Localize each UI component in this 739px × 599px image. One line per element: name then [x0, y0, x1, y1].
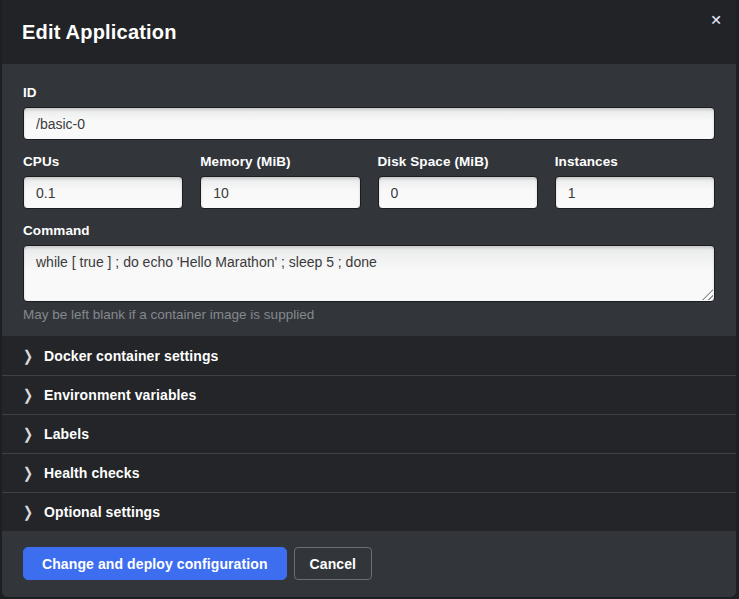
instances-input[interactable]: [555, 176, 715, 209]
cancel-button[interactable]: Cancel: [294, 547, 373, 580]
chevron-right-icon: ❯: [23, 466, 33, 481]
chevron-right-icon: ❯: [23, 427, 33, 442]
section-label: Docker container settings: [44, 348, 218, 364]
instances-field-group: Instances: [555, 154, 715, 209]
command-field-group: Command while [ true ] ; do echo 'Hello …: [23, 223, 715, 322]
section-label: Optional settings: [44, 504, 160, 520]
chevron-right-icon: ❯: [23, 505, 33, 520]
command-textarea-wrap: while [ true ] ; do echo 'Hello Marathon…: [23, 245, 715, 302]
chevron-right-icon: ❯: [23, 388, 33, 403]
id-label: ID: [23, 85, 715, 100]
modal-footer: Change and deploy configuration Cancel: [2, 531, 736, 597]
section-optional-settings[interactable]: ❯ Optional settings: [2, 492, 736, 531]
resources-row: CPUs Memory (MiB) Disk Space (MiB) Insta…: [23, 154, 715, 209]
close-icon[interactable]: ✕: [710, 13, 722, 27]
edit-application-modal: Edit Application ✕ ID CPUs Memory (MiB) …: [2, 0, 736, 597]
section-label: Environment variables: [44, 387, 196, 403]
memory-input[interactable]: [200, 176, 360, 209]
instances-label: Instances: [555, 154, 715, 169]
change-and-deploy-button[interactable]: Change and deploy configuration: [23, 547, 287, 580]
modal-header: Edit Application ✕: [2, 0, 736, 64]
page-background: Edit Application ✕ ID CPUs Memory (MiB) …: [0, 0, 739, 599]
chevron-right-icon: ❯: [23, 348, 33, 363]
modal-body: ID CPUs Memory (MiB) Disk Space (MiB) In: [2, 64, 736, 336]
section-health-checks[interactable]: ❯ Health checks: [2, 453, 736, 492]
cpus-input[interactable]: [23, 176, 183, 209]
id-field-group: ID: [23, 85, 715, 140]
disk-label: Disk Space (MiB): [378, 154, 538, 169]
command-textarea[interactable]: while [ true ] ; do echo 'Hello Marathon…: [23, 245, 715, 302]
command-label: Command: [23, 223, 715, 238]
section-docker-container-settings[interactable]: ❯ Docker container settings: [2, 336, 736, 375]
cpus-label: CPUs: [23, 154, 183, 169]
cpus-field-group: CPUs: [23, 154, 183, 209]
modal-title: Edit Application: [22, 21, 177, 44]
section-environment-variables[interactable]: ❯ Environment variables: [2, 375, 736, 414]
section-label: Health checks: [44, 465, 139, 481]
disk-input[interactable]: [378, 176, 538, 209]
disk-field-group: Disk Space (MiB): [378, 154, 538, 209]
command-help-text: May be left blank if a container image i…: [23, 307, 715, 322]
memory-field-group: Memory (MiB): [200, 154, 360, 209]
section-labels[interactable]: ❯ Labels: [2, 414, 736, 453]
memory-label: Memory (MiB): [200, 154, 360, 169]
section-label: Labels: [44, 426, 89, 442]
id-input[interactable]: [23, 107, 715, 140]
accordion-sections: ❯ Docker container settings ❯ Environmen…: [2, 336, 736, 531]
